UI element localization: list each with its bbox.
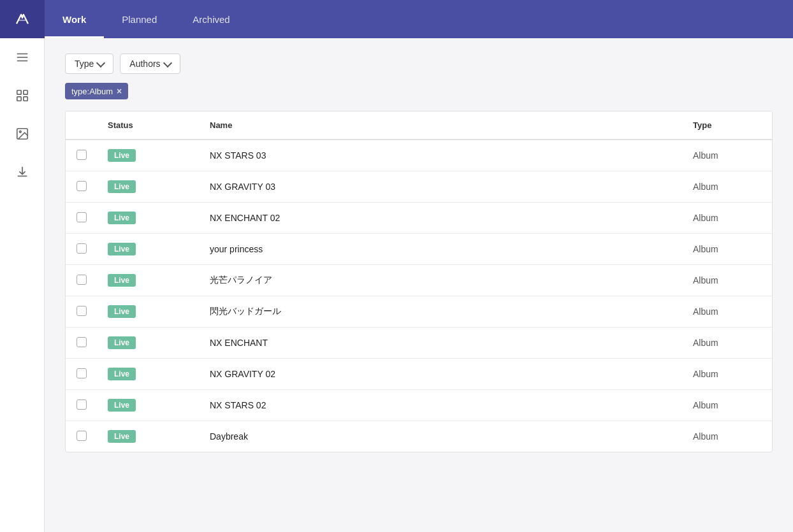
status-badge: Live <box>108 399 136 412</box>
table-row: Live Daybreak Album <box>66 421 772 452</box>
row-checkbox[interactable] <box>76 243 87 254</box>
row-checkbox[interactable] <box>76 150 87 160</box>
row-status-cell: Live <box>98 171 200 203</box>
filter-tags: type:Album × <box>65 83 773 99</box>
row-status-cell: Live <box>98 359 200 390</box>
row-status-cell: Live <box>98 265 200 296</box>
table-row: Live NX STARS 03 Album <box>66 140 772 171</box>
type-filter-button[interactable]: Type <box>65 54 113 74</box>
row-type-cell: Album <box>683 421 772 452</box>
row-type-cell: Album <box>683 171 772 203</box>
type-filter-chevron-icon <box>96 58 105 67</box>
content-area: Type Authors type:Album × Status <box>45 38 793 532</box>
filter-tag-close-icon[interactable]: × <box>117 86 122 96</box>
row-checkbox[interactable] <box>76 275 87 285</box>
row-type-cell: Album <box>683 265 772 296</box>
row-checkbox-cell <box>66 296 98 327</box>
row-status-cell: Live <box>98 421 200 452</box>
table-row: Live 光芒パラノイア Album <box>66 265 772 296</box>
row-checkbox-cell <box>66 234 98 265</box>
row-status-cell: Live <box>98 327 200 359</box>
status-badge: Live <box>108 274 136 287</box>
nav-archived[interactable]: Archived <box>175 0 247 38</box>
albums-table: Status Name Type Live NX STARS 03 Album <box>66 111 772 452</box>
row-checkbox[interactable] <box>76 181 87 191</box>
row-checkbox[interactable] <box>76 368 87 378</box>
row-name-cell: NX GRAVITY 03 <box>200 171 683 203</box>
row-type-cell: Album <box>683 359 772 390</box>
svg-rect-5 <box>23 90 27 94</box>
authors-filter-button[interactable]: Authors <box>120 54 180 74</box>
header-name-col: Name <box>200 111 683 140</box>
row-type-cell: Album <box>683 390 772 421</box>
row-name-cell: NX ENCHANT <box>200 327 683 359</box>
svg-point-0 <box>11 9 32 29</box>
status-badge: Live <box>108 430 136 443</box>
row-name-cell: your princess <box>200 234 683 265</box>
row-status-cell: Live <box>98 203 200 234</box>
header-status-col: Status <box>98 111 200 140</box>
sidebar <box>0 0 45 532</box>
table-row: Live 閃光バッドガール Album <box>66 296 772 327</box>
row-checkbox-cell <box>66 140 98 171</box>
status-badge: Live <box>108 180 136 193</box>
row-status-cell: Live <box>98 296 200 327</box>
sidebar-download-icon[interactable] <box>0 153 45 191</box>
row-type-cell: Album <box>683 140 772 171</box>
status-badge: Live <box>108 243 136 255</box>
row-checkbox[interactable] <box>76 306 87 316</box>
table-row: Live NX ENCHANT Album <box>66 327 772 359</box>
row-checkbox-cell <box>66 390 98 421</box>
row-name-cell: NX STARS 03 <box>200 140 683 171</box>
table-row: Live NX GRAVITY 03 Album <box>66 171 772 203</box>
row-type-cell: Album <box>683 327 772 359</box>
row-name-cell: NX STARS 02 <box>200 390 683 421</box>
sidebar-list-icon[interactable] <box>0 38 45 76</box>
row-type-cell: Album <box>683 203 772 234</box>
row-checkbox[interactable] <box>76 431 87 441</box>
row-checkbox-cell <box>66 421 98 452</box>
type-filter-label: Type <box>75 59 94 69</box>
content-table: Status Name Type Live NX STARS 03 Album <box>65 111 773 452</box>
row-status-cell: Live <box>98 140 200 171</box>
row-name-cell: Daybreak <box>200 421 683 452</box>
table-header-row: Status Name Type <box>66 111 772 140</box>
row-checkbox[interactable] <box>76 337 87 347</box>
row-checkbox[interactable] <box>76 212 87 222</box>
nav-planned[interactable]: Planned <box>104 0 175 38</box>
nav-work[interactable]: Work <box>45 0 104 38</box>
status-badge: Live <box>108 149 136 162</box>
row-status-cell: Live <box>98 234 200 265</box>
row-checkbox-cell <box>66 265 98 296</box>
row-name-cell: 閃光バッドガール <box>200 296 683 327</box>
row-type-cell: Album <box>683 234 772 265</box>
svg-rect-6 <box>17 97 20 101</box>
table-row: Live NX ENCHANT 02 Album <box>66 203 772 234</box>
svg-point-9 <box>19 131 21 133</box>
sidebar-grid-icon[interactable] <box>0 76 45 115</box>
sidebar-image-icon[interactable] <box>0 115 45 153</box>
filter-tag-label: type:Album <box>71 87 113 96</box>
status-badge: Live <box>108 336 136 349</box>
status-badge: Live <box>108 305 136 318</box>
header-type-col: Type <box>683 111 772 140</box>
top-nav: Work Planned Archived <box>45 0 793 38</box>
row-type-cell: Album <box>683 296 772 327</box>
row-checkbox[interactable] <box>76 399 87 410</box>
type-album-filter-tag[interactable]: type:Album × <box>65 83 128 99</box>
row-checkbox-cell <box>66 171 98 203</box>
row-status-cell: Live <box>98 390 200 421</box>
svg-rect-7 <box>23 97 27 101</box>
status-badge: Live <box>108 368 136 380</box>
app-logo[interactable] <box>0 0 45 38</box>
status-badge: Live <box>108 212 136 224</box>
row-checkbox-cell <box>66 327 98 359</box>
table-row: Live NX GRAVITY 02 Album <box>66 359 772 390</box>
row-name-cell: NX ENCHANT 02 <box>200 203 683 234</box>
main-area: Work Planned Archived Type Authors type:… <box>45 0 793 532</box>
row-checkbox-cell <box>66 203 98 234</box>
row-checkbox-cell <box>66 359 98 390</box>
row-name-cell: NX GRAVITY 02 <box>200 359 683 390</box>
table-row: Live your princess Album <box>66 234 772 265</box>
row-name-cell: 光芒パラノイア <box>200 265 683 296</box>
